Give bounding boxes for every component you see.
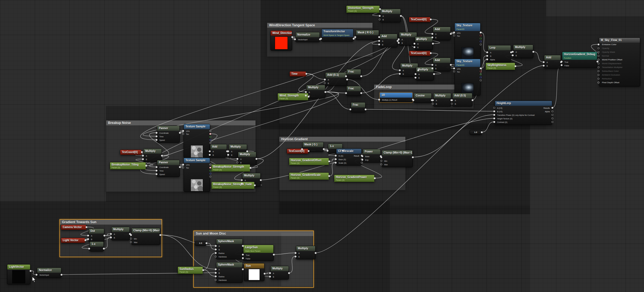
input-pin[interactable] xyxy=(324,82,326,84)
output-pin[interactable] xyxy=(308,150,310,152)
input-pin[interactable] xyxy=(182,167,184,169)
node-light-vector-light_vector_r[interactable]: Light Vector xyxy=(61,238,85,243)
output-pin[interactable] xyxy=(179,132,181,134)
node-texcoord-0-texcoord_3[interactable]: TexCoord[0] xyxy=(120,150,142,155)
node-panner-panner1[interactable]: PannerCoordinateTimeSpeed xyxy=(157,126,180,143)
wire-mul_sun1-to-mul_sun2[interactable] xyxy=(289,256,295,273)
input-pin[interactable] xyxy=(87,235,89,237)
node-horizon-gradientoffset-h_offset[interactable]: Horizon_GradientOffsetParam (S) xyxy=(289,158,329,165)
output-pin[interactable] xyxy=(346,79,348,80)
node-panner-panner2[interactable]: PannerCoordinateTimeSpeed xyxy=(157,160,180,177)
input-pin[interactable] xyxy=(380,163,382,165)
output-pin[interactable] xyxy=(242,268,244,270)
color-swatch[interactable] xyxy=(12,270,25,283)
node-largesun-largesun[interactable]: LargeSunStatic Bool ParamTrueFalse xyxy=(243,245,274,261)
node-spheremask-spheremask1[interactable]: SphereMaskABRadiusHardness xyxy=(216,239,243,259)
node-dot-dot_node[interactable]: DotAB xyxy=(89,228,104,242)
input-pin[interactable] xyxy=(156,139,157,141)
node-skybrightness-skybrightness[interactable]: SkyBrightnessParam (S) xyxy=(485,63,515,70)
color-swatch[interactable] xyxy=(275,36,288,49)
input-pin[interactable] xyxy=(493,110,495,112)
output-pin[interactable] xyxy=(551,114,553,116)
input-pin[interactable] xyxy=(36,274,37,276)
output-pin[interactable] xyxy=(551,121,553,123)
input-pin[interactable] xyxy=(399,69,401,71)
input-pin[interactable] xyxy=(543,65,545,67)
node-1-x-oneminus_gts[interactable]: 1-x xyxy=(90,241,104,251)
input-pin[interactable] xyxy=(269,276,271,278)
node-distortion-strength-distortion_strength[interactable]: Distortion_StrengthParam (S) xyxy=(346,5,380,13)
input-pin[interactable] xyxy=(493,107,495,109)
input-pin[interactable] xyxy=(598,63,599,64)
output-pin[interactable] xyxy=(472,99,473,101)
node-add-0-5-add_half[interactable]: Add (0.5)AB xyxy=(452,93,472,107)
output-pin[interactable] xyxy=(379,8,381,10)
input-pin[interactable] xyxy=(130,234,132,236)
output-pin[interactable] xyxy=(305,73,307,75)
input-pin[interactable] xyxy=(335,155,337,157)
output-pin[interactable] xyxy=(342,150,344,152)
input-pin[interactable] xyxy=(598,70,599,72)
input-pin[interactable] xyxy=(512,51,514,53)
output-pin[interactable] xyxy=(246,150,248,152)
input-pin[interactable] xyxy=(512,54,514,56)
input-pin[interactable] xyxy=(399,73,401,75)
node-horizon-gradientscale-h_scale[interactable]: Horizon_GradientScaleParam (S) xyxy=(289,172,329,180)
input-pin[interactable] xyxy=(415,73,416,75)
wire-frac1-to-mul_mid1[interactable] xyxy=(361,43,399,76)
input-pin[interactable] xyxy=(598,44,599,45)
input-pin[interactable] xyxy=(269,272,271,274)
node-cf-rescale-cf_rescale[interactable]: CF_RescaleIn (S)ResultBase (S)Scale (S) xyxy=(336,148,362,166)
input-pin[interactable] xyxy=(215,252,217,254)
output-pin[interactable] xyxy=(209,139,211,141)
input-pin[interactable] xyxy=(110,233,112,235)
input-pin[interactable] xyxy=(349,108,351,110)
output-pin[interactable] xyxy=(480,79,482,81)
input-pin[interactable] xyxy=(598,74,599,76)
input-pin[interactable] xyxy=(361,159,363,161)
input-pin[interactable] xyxy=(345,92,347,94)
input-pin[interactable] xyxy=(227,154,229,156)
output-pin[interactable] xyxy=(209,142,211,144)
input-pin[interactable] xyxy=(209,150,211,152)
node-wind-direction-wind_direction[interactable]: Wind_Direction xyxy=(270,30,292,51)
node-lerp-lerp_main[interactable]: LerpABAlpha xyxy=(488,45,511,62)
input-pin[interactable] xyxy=(453,70,455,72)
output-pin[interactable] xyxy=(209,133,211,135)
wire-sunradius-to-spheremask2[interactable] xyxy=(203,270,216,276)
output-pin[interactable] xyxy=(353,38,355,40)
node-normalize-normalize_2[interactable]: NormalizeVectorInput xyxy=(37,268,61,278)
input-pin[interactable] xyxy=(543,61,545,63)
input-pin[interactable] xyxy=(598,78,599,80)
output-pin[interactable] xyxy=(179,166,181,168)
input-pin[interactable] xyxy=(361,155,363,157)
node-normalize-normalize_1[interactable]: NormalizeVectorInput xyxy=(295,32,320,42)
wire-time_node-to-add_01[interactable] xyxy=(306,74,325,79)
output-pin[interactable] xyxy=(433,73,435,75)
input-pin[interactable] xyxy=(598,51,599,53)
node-sky-texture-sky_tex_1[interactable]: Sky_TextureParam2DUVsTex xyxy=(454,23,481,60)
output-pin[interactable] xyxy=(308,96,310,98)
output-pin[interactable] xyxy=(430,18,432,20)
input-pin[interactable] xyxy=(215,275,217,277)
node-multiply-mul_gts[interactable]: MultiplyAB xyxy=(111,227,130,240)
output-pin[interactable] xyxy=(432,43,434,45)
input-pin[interactable] xyxy=(88,248,90,250)
input-pin[interactable] xyxy=(242,254,244,256)
input-pin[interactable] xyxy=(451,103,453,105)
node-add-add_uv1[interactable]: AddAB xyxy=(433,27,451,40)
input-pin[interactable] xyxy=(453,67,455,69)
input-pin[interactable] xyxy=(87,238,89,240)
input-pin[interactable] xyxy=(215,272,217,274)
node-multiply-mul_half[interactable]: MultiplyAB xyxy=(433,93,451,107)
output-pin[interactable] xyxy=(360,92,362,94)
output-pin[interactable] xyxy=(103,235,105,237)
input-pin[interactable] xyxy=(241,183,243,185)
node-sunradius-sunradius[interactable]: SunRadiusParam (S) xyxy=(178,266,203,274)
node-sky-texture-sky_tex_2[interactable]: Sky_TextureParam2DUVsTex xyxy=(454,59,481,95)
input-pin[interactable] xyxy=(320,38,322,40)
node-spheremask-spheremask2[interactable]: SphereMaskABRadiusHardness xyxy=(216,262,243,283)
output-pin[interactable] xyxy=(514,65,516,67)
output-pin[interactable] xyxy=(86,226,87,228)
input-pin[interactable] xyxy=(378,40,380,42)
